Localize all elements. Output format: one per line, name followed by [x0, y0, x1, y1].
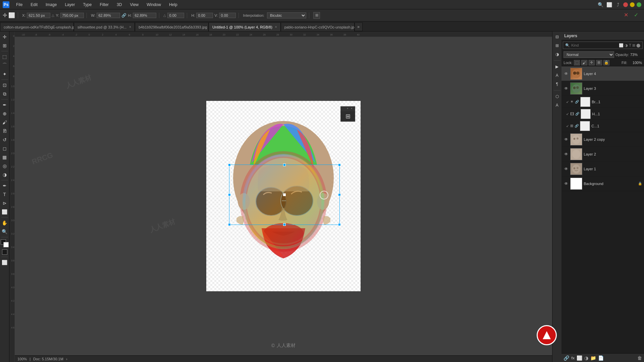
share-icon[interactable]: ⤴ — [614, 1, 621, 8]
add-adjustment-btn[interactable]: ◑ — [584, 355, 588, 361]
confirm-transform-btn[interactable]: ✓ — [634, 12, 641, 19]
status-expand-btn[interactable]: › — [66, 357, 67, 361]
menu-image[interactable]: Image — [44, 2, 58, 8]
filter-color-icon[interactable]: ⬤ — [636, 43, 640, 48]
fx-btn[interactable]: fx — [571, 356, 575, 360]
float-panel-close[interactable]: × — [351, 107, 354, 111]
layer-item-layer2[interactable]: 👁 Layer 2 — [561, 147, 644, 162]
new-layer-btn[interactable]: 📄 — [598, 355, 604, 361]
tab-3[interactable]: Untitled-1 @ 100% (Layer 4, RGB/8) × — [209, 22, 281, 31]
layer-item-layer2copy[interactable]: 👁 Layer 2 copy — [561, 132, 644, 147]
menu-type[interactable]: Type — [82, 2, 93, 8]
tab-0[interactable]: colton-sturgeon-odKeTFsBDgE-unsplash.jpg… — [0, 22, 74, 31]
screen-mode-btn[interactable]: ⬜ — [1, 258, 9, 266]
layer2-visibility[interactable]: 👁 — [564, 152, 569, 157]
layer-sub-c1[interactable]: ↙ ⊞ 🔗 C...1 — [561, 120, 644, 132]
layer-item-layer4[interactable]: 👁 Layer 4 — [561, 66, 644, 81]
warp-icon[interactable]: ⊞ — [313, 12, 320, 19]
tab-close-3[interactable]: × — [275, 25, 277, 29]
tabs-more-btn[interactable]: » — [355, 22, 363, 31]
lasso-tool[interactable]: ⌒ — [1, 61, 9, 69]
move-tool-icon[interactable]: ✛ — [3, 12, 7, 18]
interpolation-select[interactable]: Bicubic Nearest Neighbor Bilinear Bicubi… — [267, 12, 306, 18]
layer3-visibility[interactable]: 👁 — [564, 86, 569, 91]
lock-transparent-btn[interactable]: ⬚ — [574, 60, 580, 65]
paragraph-icon[interactable]: ¶ — [553, 80, 561, 88]
search-icon[interactable]: 🔍 — [597, 1, 604, 8]
wand-tool[interactable]: ✦ — [1, 70, 9, 78]
layer-item-layer3[interactable]: 👁 Layer 3 — [561, 81, 644, 96]
canvas-content[interactable]: 人人素材 RRCG RRCG 人人素材 人人素材 — [15, 37, 552, 355]
x-input[interactable] — [27, 13, 50, 18]
add-mask-btn[interactable]: ⬜ — [577, 355, 582, 361]
3d-icon[interactable]: ⬡ — [553, 93, 561, 101]
play-icon[interactable]: ▶ — [553, 63, 561, 71]
gradient-tool[interactable]: ▦ — [1, 153, 9, 161]
delete-layer-btn[interactable]: 🗑 — [637, 355, 642, 361]
ps-logo[interactable]: Ps — [3, 1, 9, 8]
layer-item-background[interactable]: 👁 Background 🔒 — [561, 176, 644, 191]
shape-tool[interactable]: ⬜ — [1, 208, 9, 216]
eyedropper-tool[interactable]: ✒ — [1, 101, 9, 109]
menu-filter[interactable]: Filter — [98, 2, 110, 8]
quick-mask-btn[interactable] — [2, 249, 7, 255]
blur-tool[interactable]: ◎ — [1, 162, 9, 170]
filter-adjustments-icon[interactable]: ◑ — [625, 43, 628, 48]
lock-position-btn[interactable]: ✛ — [589, 60, 595, 65]
slice-tool[interactable]: ⧉ — [1, 90, 9, 98]
lock-pixels-btn[interactable]: 🖌 — [581, 60, 587, 65]
pen-tool[interactable]: ✒ — [1, 182, 9, 190]
text-icon[interactable]: A — [553, 71, 561, 79]
layer-sub-h1[interactable]: ↙ 🎞 🔗 H...1 — [561, 108, 644, 120]
bg-visibility[interactable]: 👁 — [564, 181, 569, 186]
clone-stamp-tool[interactable]: 🖹 — [1, 127, 9, 135]
v-input[interactable] — [219, 13, 236, 18]
arrange-icon[interactable]: ⬜ — [606, 1, 612, 8]
layers-icon[interactable]: ⊟ — [553, 33, 561, 41]
menu-layer[interactable]: Layer — [63, 2, 76, 8]
blend-mode-select[interactable]: Normal Dissolve Multiply Screen Overlay … — [564, 51, 614, 58]
filter-smart-icon[interactable]: ⊞ — [632, 43, 635, 48]
skew-h-input[interactable] — [196, 13, 213, 18]
canvas-area[interactable]: -10 -8 -6 -4 -2 0 2 4 6 8 10 12 14 16 18… — [15, 32, 552, 362]
filter-pixels-icon[interactable]: ⬜ — [619, 43, 624, 48]
menu-3d[interactable]: 3D — [115, 2, 123, 8]
link-wh-icon[interactable]: 🔗 — [121, 13, 126, 18]
menu-view[interactable]: View — [128, 2, 140, 8]
menu-help[interactable]: Help — [168, 2, 179, 8]
tab-2[interactable]: b4b1b9298eafbf06de2031af9a5b3393.jpg × — [135, 22, 209, 31]
hand-tool[interactable]: ✋ — [1, 219, 9, 227]
dodge-tool[interactable]: ◑ — [1, 171, 9, 179]
channels-icon[interactable]: A — [553, 101, 561, 109]
properties-icon[interactable]: ⊞ — [553, 42, 561, 50]
brush-tool[interactable]: 🖌 — [1, 118, 9, 126]
layers-search-input[interactable] — [571, 43, 618, 47]
window-close-btn[interactable] — [623, 2, 628, 7]
layer1-visibility[interactable]: 👁 — [564, 166, 569, 172]
filter-type-icon[interactable]: T — [629, 43, 631, 48]
tab-1[interactable]: silhouettee.psd @ 33.3% (H... × — [74, 22, 135, 31]
move-tool[interactable]: ✛ — [1, 33, 9, 41]
transform-mode-icon[interactable]: ⬜ — [8, 12, 15, 18]
w-input[interactable] — [97, 13, 120, 18]
h-input[interactable] — [133, 13, 156, 18]
new-group-btn[interactable]: 📁 — [590, 355, 596, 361]
foreground-color[interactable] — [1, 239, 9, 247]
rot-input[interactable] — [167, 13, 184, 18]
tab-close-1[interactable]: × — [129, 25, 131, 29]
adjustments-icon[interactable]: ◑ — [553, 50, 561, 58]
link-layers-btn[interactable]: 🔗 — [564, 355, 569, 361]
spot-heal-tool[interactable]: ⊕ — [1, 110, 9, 118]
crop-tool[interactable]: ⊡ — [1, 81, 9, 89]
history-brush-tool[interactable]: ↺ — [1, 136, 9, 144]
tab-4[interactable]: pablo-soriano-HnpC-cs9QVOc-unsplash.jpg … — [281, 22, 355, 31]
lock-artboard-btn[interactable]: ⊞ — [596, 60, 602, 65]
path-select-tool[interactable]: ⊳ — [1, 199, 9, 207]
type-tool[interactable]: T — [1, 190, 9, 198]
watermark-brand-button[interactable] — [537, 325, 557, 345]
cancel-transform-btn[interactable]: ✕ — [624, 12, 631, 19]
layer2copy-visibility[interactable]: 👁 — [564, 137, 569, 142]
menu-file[interactable]: File — [15, 2, 24, 8]
window-minimize-btn[interactable] — [630, 2, 635, 7]
menu-edit[interactable]: Edit — [29, 2, 39, 8]
